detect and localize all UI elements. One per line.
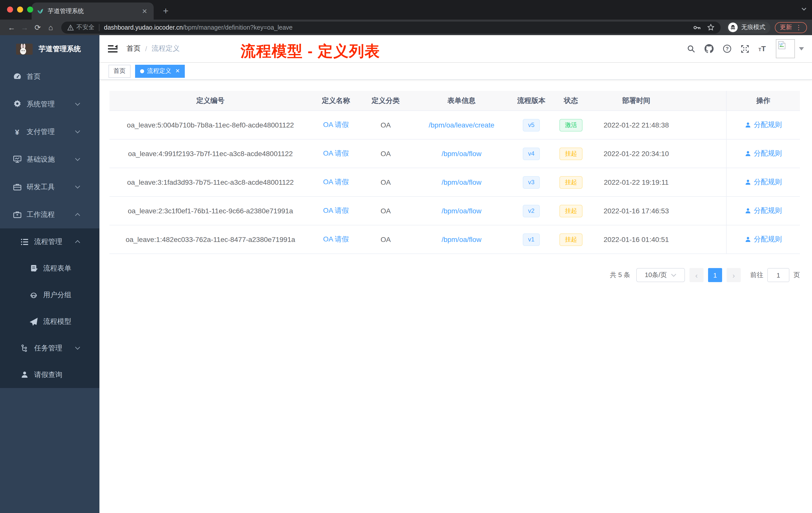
sidebar-item-研发工具[interactable]: 研发工具 <box>0 173 99 201</box>
forward-icon[interactable]: → <box>18 23 31 32</box>
url-path: /bpm/manager/definition?key=oa_leave <box>183 24 292 31</box>
briefcase-icon <box>12 210 22 219</box>
sidebar-item-流程模型[interactable]: 流程模型 <box>0 308 99 335</box>
definition-table: 定义编号定义名称定义分类表单信息流程版本状态部署时间操作 oa_leave:5:… <box>110 91 800 254</box>
annotation-title: 流程模型 - 定义列表 <box>220 41 401 62</box>
user-icon <box>745 208 751 214</box>
font-size-icon[interactable]: TT <box>758 45 766 53</box>
table-header-row: 定义编号定义名称定义分类表单信息流程版本状态部署时间操作 <box>110 91 800 111</box>
top-navbar: 首页 / 流程定义 ? T <box>99 35 812 63</box>
action: 分配规则 <box>726 140 800 168</box>
home-icon[interactable]: ⌂ <box>44 23 57 32</box>
status-badge: 挂起 <box>550 233 591 246</box>
form-info-link[interactable]: /bpm/oa/flow <box>442 150 482 158</box>
tag-close-icon[interactable]: ✕ <box>175 68 180 74</box>
sidebar-item-首页[interactable]: 首页 <box>0 63 99 90</box>
tab-search-icon[interactable] <box>801 6 807 12</box>
next-page-button[interactable]: › <box>727 268 741 282</box>
form-info-link[interactable]: /bpm/oa/flow <box>442 178 482 186</box>
url-domain: dashboard.yudao.iocoder.cn <box>104 24 183 31</box>
version-badge: v4 <box>522 147 540 160</box>
form-info-link[interactable]: /bpm/oa/flow <box>442 207 482 215</box>
password-key-icon[interactable] <box>693 24 701 31</box>
definition-name-link[interactable]: OA 请假 <box>323 178 349 186</box>
form-info-link: /bpm/oa/flow <box>411 235 512 243</box>
column-header-操作: 操作 <box>726 91 800 111</box>
sidebar-item-基础设施[interactable]: 基础设施 <box>0 146 99 173</box>
definition-name-link[interactable]: OA 请假 <box>323 206 349 214</box>
sidebar-item-流程表单[interactable]: 流程表单 <box>0 255 99 281</box>
user-dropdown[interactable] <box>776 39 804 58</box>
zoom-window-icon[interactable] <box>27 6 33 12</box>
back-icon[interactable]: ← <box>5 23 18 32</box>
definition-name-link: OA 请假 <box>311 120 360 129</box>
select-chevron-down-icon <box>671 273 676 277</box>
sidebar-item-流程管理[interactable]: 流程管理 <box>0 229 99 255</box>
active-dot <box>140 69 144 73</box>
fullscreen-icon[interactable] <box>741 44 750 53</box>
user-icon <box>745 122 751 128</box>
form-info-link[interactable]: /bpm/oa/leave/create <box>429 121 494 129</box>
sidebar-item-请假查询[interactable]: 请假查询 <box>0 361 99 388</box>
assign-rule-link[interactable]: 分配规则 <box>745 120 782 129</box>
action: 分配规则 <box>726 168 800 196</box>
version-badge: v3 <box>522 176 540 188</box>
browser-menu-kebab-icon[interactable]: ⋮ <box>795 24 802 31</box>
definition-name-link[interactable]: OA 请假 <box>323 149 349 157</box>
minimize-window-icon[interactable] <box>17 6 23 12</box>
form-icon <box>29 265 38 272</box>
sidebar-item-任务管理[interactable]: 任务管理 <box>0 335 99 361</box>
tag-首页[interactable]: 首页 <box>109 64 130 78</box>
definition-name-link[interactable]: OA 请假 <box>323 235 349 243</box>
sidebar-item-支付管理[interactable]: ¥支付管理 <box>0 118 99 146</box>
column-header-表单信息: 表单信息 <box>411 96 512 105</box>
address-bar[interactable]: 不安全 dashboard.yudao.iocoder.cn/bpm/manag… <box>61 21 721 33</box>
browser-update-button[interactable]: 更新 ⋮ <box>775 22 807 33</box>
monitor-icon <box>12 155 22 163</box>
help-icon[interactable]: ? <box>723 44 732 53</box>
page-size-select[interactable]: 10条/页 <box>636 268 685 282</box>
form-info-link[interactable]: /bpm/oa/flow <box>442 235 482 243</box>
assign-rule-link[interactable]: 分配规则 <box>745 206 782 215</box>
current-page-button[interactable]: 1 <box>708 268 722 282</box>
tag-流程定义[interactable]: 流程定义✕ <box>135 64 185 78</box>
window-controls[interactable] <box>7 6 33 12</box>
sidebar-logo[interactable]: 芋道管理系统 <box>0 35 99 63</box>
sidebar-item-用户分组[interactable]: 用户分组 <box>0 281 99 308</box>
page-unit-label: 页 <box>793 271 800 280</box>
prev-page-button[interactable]: ‹ <box>690 268 703 282</box>
breadcrumb-home[interactable]: 首页 <box>126 44 141 53</box>
goto-page-input[interactable] <box>767 268 789 282</box>
breadcrumb: 首页 / 流程定义 <box>126 44 180 53</box>
bookmark-star-icon[interactable] <box>707 24 715 31</box>
send-icon <box>29 318 38 326</box>
search-icon[interactable] <box>687 44 696 53</box>
assign-rule-link[interactable]: 分配规则 <box>745 149 782 158</box>
security-label[interactable]: 不安全 <box>76 23 94 32</box>
github-icon[interactable] <box>705 44 714 53</box>
yen-icon: ¥ <box>12 128 22 136</box>
new-tab-button[interactable]: + <box>160 5 172 17</box>
collapse-sidebar-icon[interactable] <box>108 44 117 53</box>
tab-close-icon[interactable]: ✕ <box>141 7 149 15</box>
sidebar-item-工作流程[interactable]: 工作流程 <box>0 201 99 229</box>
assign-rule-link[interactable]: 分配规则 <box>745 178 782 187</box>
list-icon <box>20 238 29 246</box>
close-window-icon[interactable] <box>7 6 13 12</box>
table-row: oa_leave:5:004b710b-7b8a-11ec-8ef0-acde4… <box>110 111 800 140</box>
definition-name-link[interactable]: OA 请假 <box>323 120 349 128</box>
tree-icon <box>20 344 29 352</box>
column-header-部署时间: 部署时间 <box>591 96 681 105</box>
version-badge: v3 <box>512 176 550 188</box>
table-row: oa_leave:3:1fad3d93-7b75-11ec-a3c8-acde4… <box>110 168 800 197</box>
reload-icon[interactable]: ⟳ <box>31 23 44 32</box>
url-text[interactable]: dashboard.yudao.iocoder.cn/bpm/manager/d… <box>104 24 688 31</box>
assign-rule-link[interactable]: 分配规则 <box>745 235 782 244</box>
browser-tab[interactable]: 芋道管理系统 ✕ <box>32 2 154 20</box>
user-icon <box>20 371 29 379</box>
avatar-broken-image-icon[interactable] <box>776 39 795 58</box>
security-warning-icon[interactable] <box>67 24 74 30</box>
version-badge: v4 <box>512 147 550 160</box>
sidebar-item-系统管理[interactable]: 系统管理 <box>0 90 99 118</box>
app-title: 芋道管理系统 <box>39 44 81 54</box>
